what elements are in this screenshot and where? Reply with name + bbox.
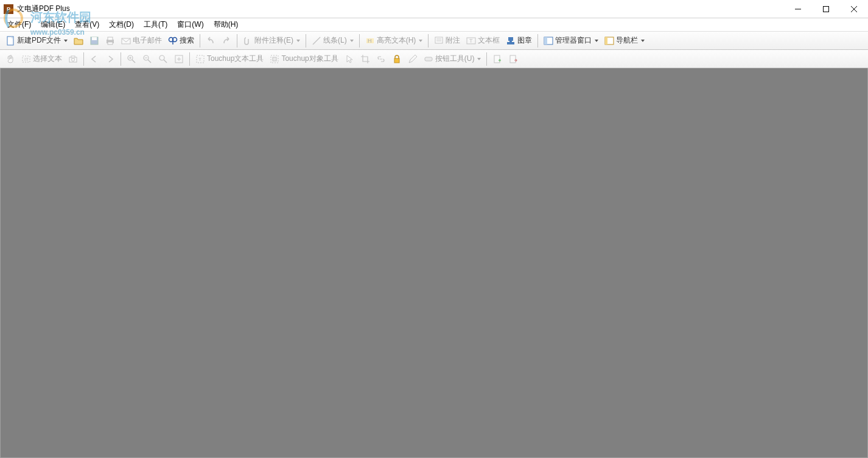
annotation-button: 附注 — [431, 33, 463, 48]
navbar-icon — [604, 36, 614, 46]
minimize-button[interactable] — [784, 0, 812, 18]
svg-rect-11 — [108, 42, 113, 44]
separator — [306, 34, 306, 48]
menu-edit[interactable]: 编辑(E) — [36, 18, 70, 31]
separator — [83, 52, 84, 66]
touchup-object-button: Touchup对象工具 — [267, 52, 341, 66]
select-text-button: IT 选择文本 — [18, 52, 65, 66]
maximize-button[interactable] — [812, 0, 840, 18]
undo-icon — [206, 36, 215, 46]
separator — [486, 52, 487, 66]
save-icon — [89, 36, 99, 46]
svg-rect-51 — [273, 57, 276, 61]
chevron-down-icon — [419, 40, 422, 42]
save-button — [86, 33, 102, 48]
prev-page-button — [86, 52, 102, 66]
zoom-out-icon — [142, 54, 152, 64]
svg-line-37 — [132, 60, 135, 63]
line-icon — [312, 36, 321, 46]
redo-icon — [222, 36, 231, 46]
highlight-text-label: 高亮文本(H) — [377, 35, 416, 46]
chevron-down-icon — [350, 40, 354, 42]
arrow-right-icon — [105, 54, 115, 64]
separator — [428, 34, 429, 48]
arrow-left-icon — [89, 54, 99, 64]
svg-line-44 — [164, 60, 167, 63]
svg-rect-57 — [510, 55, 516, 63]
menu-document[interactable]: 文档(D) — [104, 18, 139, 31]
panel-icon — [544, 36, 553, 46]
touchup-object-label: Touchup对象工具 — [281, 54, 338, 64]
highlight-icon: H — [365, 36, 375, 46]
svg-text:T: T — [198, 57, 201, 62]
zoom-in-button — [124, 52, 139, 66]
separator — [237, 34, 237, 48]
search-button[interactable]: 搜索 — [165, 33, 197, 48]
menu-file[interactable]: 文件(F) — [2, 18, 36, 31]
link-icon — [376, 54, 386, 64]
window-controls — [784, 0, 868, 18]
svg-text:IT: IT — [24, 57, 29, 62]
minimize-icon — [795, 6, 801, 12]
app-icon: P — [4, 4, 13, 14]
page-title: 文电通PDF Plus — [17, 4, 70, 14]
toolbar-row-2: IT 选择文本 — [0, 50, 868, 68]
svg-rect-52 — [394, 58, 399, 63]
manager-window-button[interactable]: 管理器窗口 — [541, 33, 601, 48]
svg-text:T: T — [469, 38, 473, 44]
svg-rect-26 — [509, 40, 512, 43]
menu-window[interactable]: 窗口(W) — [172, 18, 208, 31]
svg-text:H: H — [368, 38, 372, 44]
email-icon — [121, 36, 131, 46]
button-icon — [424, 54, 433, 64]
svg-point-43 — [159, 55, 164, 60]
new-file-icon — [5, 36, 15, 46]
extract-page-button — [505, 52, 521, 66]
textbox-icon: T — [466, 36, 476, 46]
menu-tool[interactable]: 工具(T) — [139, 18, 172, 31]
crop-icon — [360, 54, 370, 64]
svg-rect-10 — [108, 37, 113, 40]
svg-rect-1 — [824, 7, 829, 12]
zoom-in-icon — [127, 54, 136, 64]
lock-icon — [392, 54, 402, 64]
menu-help[interactable]: 帮助(H) — [209, 18, 243, 31]
chevron-down-icon — [595, 40, 598, 42]
touchup-text-label: Touchup文本工具 — [207, 54, 264, 64]
link-button — [373, 52, 389, 66]
sign-button — [405, 52, 421, 66]
close-button[interactable] — [840, 0, 868, 18]
snapshot-button — [65, 52, 81, 66]
svg-rect-8 — [92, 37, 97, 40]
stamp-icon — [506, 36, 516, 46]
svg-rect-35 — [71, 56, 75, 58]
open-button[interactable] — [71, 33, 86, 48]
navbar-button[interactable]: 导航栏 — [601, 33, 648, 48]
highlight-text-button: H 高亮文本(H) — [362, 33, 426, 48]
button-tool-label: 按钮工具(U) — [435, 54, 475, 64]
undo-button — [203, 33, 219, 48]
paperclip-icon — [243, 36, 253, 46]
svg-rect-30 — [605, 37, 607, 44]
attachment-annot-button: 附件注释(E) — [240, 33, 303, 48]
svg-line-16 — [313, 37, 320, 44]
separator — [537, 34, 538, 48]
attachment-annot-label: 附件注释(E) — [254, 35, 293, 46]
stamp-button[interactable]: 图章 — [503, 33, 535, 48]
stamp-label: 图章 — [517, 35, 532, 46]
new-pdf-button[interactable]: 新建PDF文件 — [2, 33, 71, 48]
svg-rect-19 — [435, 37, 443, 43]
separator — [200, 34, 200, 48]
search-label: 搜索 — [180, 35, 194, 46]
page-add-icon — [492, 54, 502, 64]
pen-icon — [408, 54, 418, 64]
pointer-button — [341, 52, 357, 66]
note-icon — [434, 36, 444, 46]
cursor-icon — [345, 54, 354, 64]
menu-view[interactable]: 查看(V) — [70, 18, 104, 31]
redo-button — [219, 33, 234, 48]
button-tool-button: 按钮工具(U) — [421, 52, 485, 66]
print-button — [102, 33, 118, 48]
lock-button[interactable] — [389, 52, 405, 66]
line-button: 线条(L) — [309, 33, 357, 48]
